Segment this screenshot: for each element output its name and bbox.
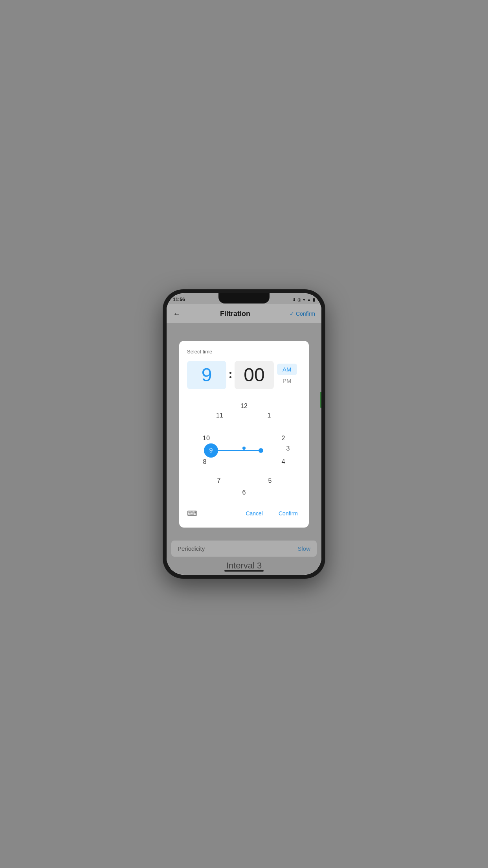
cancel-button[interactable]: Cancel [242,507,266,520]
clock-4: 4 [282,458,285,465]
clock-2: 2 [282,435,285,441]
keyboard-icon-button[interactable]: ⌨ [187,509,197,518]
ampm-column: AM PM [277,364,297,386]
select-time-label: Select time [187,349,301,355]
confirm-button[interactable]: Confirm [275,507,301,520]
pm-option[interactable]: PM [277,375,297,386]
time-colon [229,372,231,378]
clock-5: 5 [268,477,272,484]
time-picker-modal: Select time 9 00 [179,341,309,528]
minute-value: 00 [244,364,264,386]
clock-8: 8 [203,458,207,465]
colon-dot-top [229,372,231,374]
clock-1: 1 [268,412,271,419]
clock-center-dot [242,447,246,450]
colon-dot-bottom [229,376,231,378]
clock-10: 10 [203,435,210,441]
minute-box[interactable]: 00 [235,361,274,389]
hour-value: 9 [202,364,212,386]
clock-3: 3 [286,445,290,452]
clock-face[interactable]: 12 1 2 3 4 5 [193,397,295,499]
clock-6: 6 [242,489,246,496]
clock-9: 9 [209,447,213,454]
clock-12: 12 [240,403,248,409]
clock-11: 11 [216,412,223,419]
am-option[interactable]: AM [277,364,297,375]
hour-box[interactable]: 9 [187,361,226,389]
clock-hand-end-dot [259,448,263,453]
clock-face-container: 12 1 2 3 4 5 [193,397,295,499]
clock-7: 7 [217,477,221,484]
modal-actions: ⌨ Cancel Confirm [187,507,301,520]
time-display-row: 9 00 AM PM [187,361,301,389]
modal-overlay: Select time 9 00 [167,293,321,575]
